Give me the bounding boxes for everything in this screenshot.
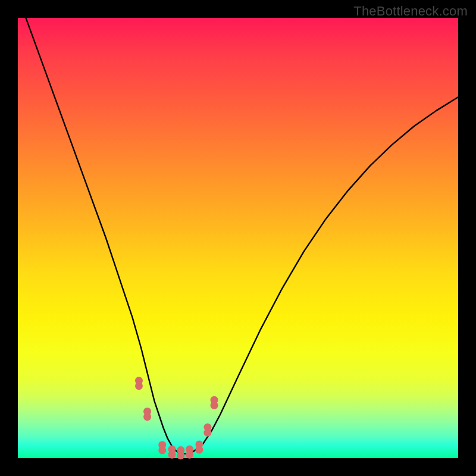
- svg-point-26: [211, 400, 217, 405]
- curve-marker: [143, 408, 151, 421]
- chart-frame: TheBottleneck.com: [0, 0, 476, 476]
- svg-point-17: [187, 450, 193, 454]
- curve-marker: [177, 446, 184, 459]
- curve-marker: [211, 396, 218, 409]
- curve-marker: [168, 446, 176, 459]
- plot-area: [18, 18, 458, 458]
- curve-markers: [135, 377, 218, 459]
- curve-marker: [186, 446, 193, 459]
- curve-layer: [18, 18, 458, 458]
- svg-point-5: [144, 412, 150, 416]
- curve-marker: [158, 441, 166, 454]
- svg-point-23: [205, 428, 211, 432]
- curve-marker: [195, 440, 203, 453]
- svg-point-8: [159, 446, 165, 450]
- bottleneck-curve: [18, 0, 458, 454]
- curve-marker: [135, 377, 143, 390]
- svg-point-20: [196, 445, 202, 449]
- svg-point-2: [136, 381, 142, 386]
- svg-point-11: [169, 450, 175, 454]
- watermark-text: TheBottleneck.com: [353, 4, 468, 19]
- svg-point-14: [178, 451, 184, 455]
- curve-marker: [203, 424, 211, 437]
